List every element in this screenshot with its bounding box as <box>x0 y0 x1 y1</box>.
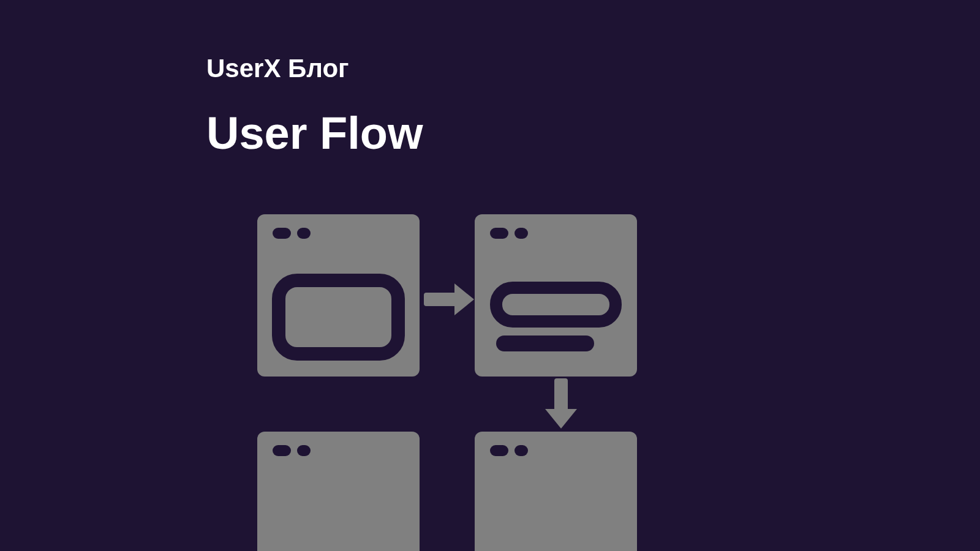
svg-rect-12 <box>496 335 594 351</box>
user-flow-diagram-icon <box>257 214 649 551</box>
svg-rect-23 <box>257 249 420 255</box>
svg-rect-9 <box>490 228 508 239</box>
svg-rect-13 <box>424 293 458 306</box>
window-icon <box>257 214 420 377</box>
svg-rect-2 <box>297 228 311 239</box>
svg-marker-16 <box>545 409 577 429</box>
window-icon <box>475 214 637 377</box>
arrow-down-icon <box>545 378 577 429</box>
blog-subtitle: UserX Блог <box>206 54 349 83</box>
svg-rect-1 <box>273 228 291 239</box>
page-title: User Flow <box>206 107 423 159</box>
svg-rect-19 <box>297 445 311 456</box>
svg-rect-25 <box>257 466 420 472</box>
svg-rect-15 <box>554 378 568 412</box>
svg-rect-18 <box>273 445 291 456</box>
arrow-right-icon <box>424 283 474 315</box>
window-icon <box>475 432 637 551</box>
svg-rect-21 <box>490 445 508 456</box>
svg-rect-26 <box>475 466 637 472</box>
svg-rect-10 <box>514 228 528 239</box>
svg-marker-14 <box>454 283 474 315</box>
svg-rect-22 <box>514 445 528 456</box>
svg-rect-24 <box>475 249 637 255</box>
window-icon <box>257 432 420 551</box>
